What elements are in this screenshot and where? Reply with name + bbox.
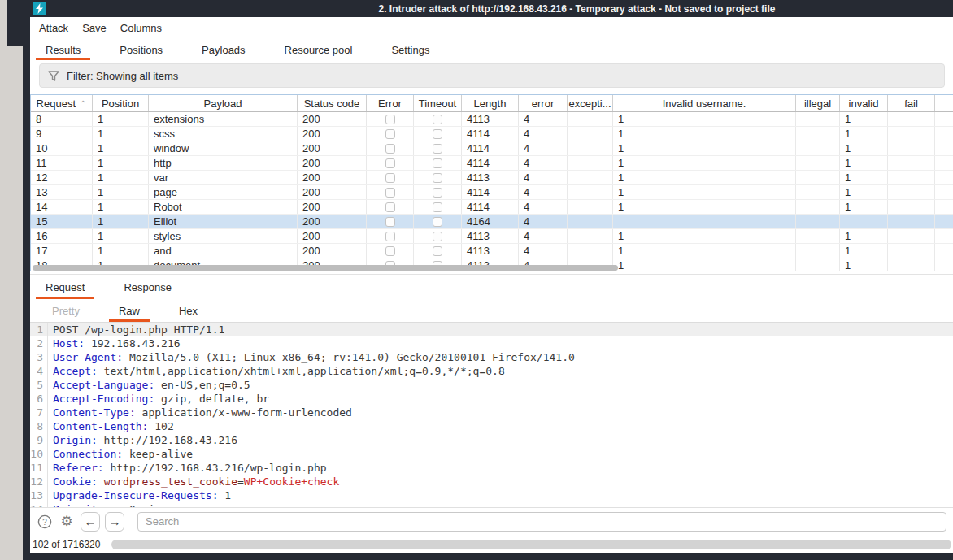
tab-results[interactable]: Results [36,39,90,60]
request-line: 12Cookie: wordpress_test_cookie=WP+Cooki… [30,475,953,488]
error-checkbox[interactable] [385,115,395,124]
column-header-request[interactable]: Request⌃ [31,95,93,111]
table-row[interactable]: 91scss2004114411 [31,127,953,141]
cell-invalid_username: 1 [613,141,796,155]
table-row[interactable]: 161styles2004113411 [31,229,953,244]
column-header-illegal[interactable]: illegal [796,95,840,111]
cell-exception [568,200,613,214]
request-line: 10Connection: keep-alive [30,447,953,461]
request-line-text: Origin: http://192.168.43.216 [48,433,237,447]
menu-bar: AttackSaveColumns [30,17,953,39]
cell-invalid_username: 1 [613,244,796,258]
forward-button[interactable]: → [105,512,124,532]
timeout-checkbox[interactable] [433,188,442,198]
gear-icon[interactable]: ⚙ [59,514,75,530]
tab-response[interactable]: Response [114,275,181,299]
tab-hex[interactable]: Hex [169,299,207,322]
help-icon[interactable]: ? [37,514,53,530]
cell-timeout_cb [414,141,462,155]
column-header-position[interactable]: Position [93,95,149,111]
cell-timeout_cb [414,215,462,228]
table-row[interactable]: 151Elliot20041644 [31,215,953,229]
cell-st [935,244,953,258]
column-header-error[interactable]: error [519,95,568,111]
column-header-exception[interactable]: excepti... [568,95,613,111]
table-row[interactable]: 81extensions2004113411 [31,112,953,127]
request-line: 11Referer: http://192.168.43.216/wp-logi… [30,461,953,475]
column-header-label: excepti... [568,98,611,110]
cell-invalid_username: 1 [613,156,796,170]
timeout-checkbox[interactable] [433,173,442,183]
request-text-segment: Origin: [53,434,98,446]
timeout-checkbox[interactable] [433,202,442,212]
cell-error: 4 [519,244,568,258]
tab-settings[interactable]: Settings [381,39,439,60]
column-header-st[interactable]: st [935,95,953,111]
timeout-checkbox[interactable] [433,115,442,124]
view-tab-bar: PrettyRawHex [30,299,953,323]
request-text-segment: POST /wp-login.php HTTP/1.1 [53,323,224,336]
cell-status: 200 [298,215,367,228]
error-checkbox[interactable] [385,129,395,139]
column-header-timeout_cb[interactable]: Timeout [414,95,462,111]
funnel-icon [48,71,59,81]
timeout-checkbox[interactable] [433,129,442,139]
timeout-checkbox[interactable] [433,144,442,154]
column-header-error_cb[interactable]: Error [367,95,414,111]
column-header-payload[interactable]: Payload [149,95,298,111]
error-checkbox[interactable] [385,188,395,198]
error-checkbox[interactable] [385,246,395,256]
tab-request[interactable]: Request [36,275,94,299]
request-line: 2Host: 192.168.43.216 [30,336,953,350]
cell-position: 1 [93,141,149,155]
error-checkbox[interactable] [385,144,395,154]
status-bar: 102 of 1716320 [30,535,953,553]
tab-payloads[interactable]: Payloads [192,39,255,60]
tab-resource-pool[interactable]: Resource pool [275,39,363,60]
error-checkbox[interactable] [385,217,395,227]
column-header-fail[interactable]: fail [888,95,935,111]
background-window-edge [7,0,23,46]
menu-item-save[interactable]: Save [76,19,113,37]
timeout-checkbox[interactable] [433,232,442,241]
request-line-text: Host: 192.168.43.216 [48,336,181,350]
error-checkbox[interactable] [385,202,395,212]
column-header-length[interactable]: Length [462,95,519,111]
request-editor[interactable]: 1POST /wp-login.php HTTP/1.12Host: 192.1… [30,323,953,507]
table-row[interactable]: 131page2004114411 [31,185,953,200]
back-button[interactable]: ← [81,512,100,532]
menu-item-attack[interactable]: Attack [33,19,75,37]
menu-item-columns[interactable]: Columns [114,19,168,37]
desktop-edge [0,0,23,560]
column-header-invalid_username[interactable]: Invalid username. [613,95,796,111]
timeout-checkbox[interactable] [433,246,442,256]
tab-raw[interactable]: Raw [109,299,150,322]
cell-st [935,200,953,214]
tab-pretty[interactable]: Pretty [42,299,89,322]
table-row[interactable]: 111http2004114411 [31,156,953,171]
column-header-invalid[interactable]: invalid [840,95,888,111]
table-row[interactable]: 141Robot2004114411 [31,200,953,215]
cell-length: 4113 [462,171,519,184]
table-row[interactable]: 171and2004113411 [31,244,953,258]
table-row[interactable]: 121var2004113411 [31,171,953,185]
column-header-label: invalid [849,98,879,110]
line-number: 12 [30,475,48,488]
filter-bar[interactable]: Filter: Showing all items [39,63,945,88]
cell-timeout_cb [414,112,462,126]
timeout-checkbox[interactable] [433,217,442,227]
horizontal-scrollbar[interactable] [33,265,618,271]
error-checkbox[interactable] [385,232,395,241]
request-text-segment: keep-alive [123,448,193,460]
request-text-segment: gzip, deflate, br [154,393,269,405]
cell-exception [568,185,613,199]
cell-fail [888,141,935,155]
tab-positions[interactable]: Positions [110,39,172,60]
column-header-status[interactable]: Status code [298,95,367,111]
error-checkbox[interactable] [385,173,395,183]
search-input[interactable] [137,512,946,532]
timeout-checkbox[interactable] [433,158,442,168]
cell-illegal [796,141,840,155]
error-checkbox[interactable] [385,158,395,168]
table-row[interactable]: 101window2004114411 [31,141,953,156]
